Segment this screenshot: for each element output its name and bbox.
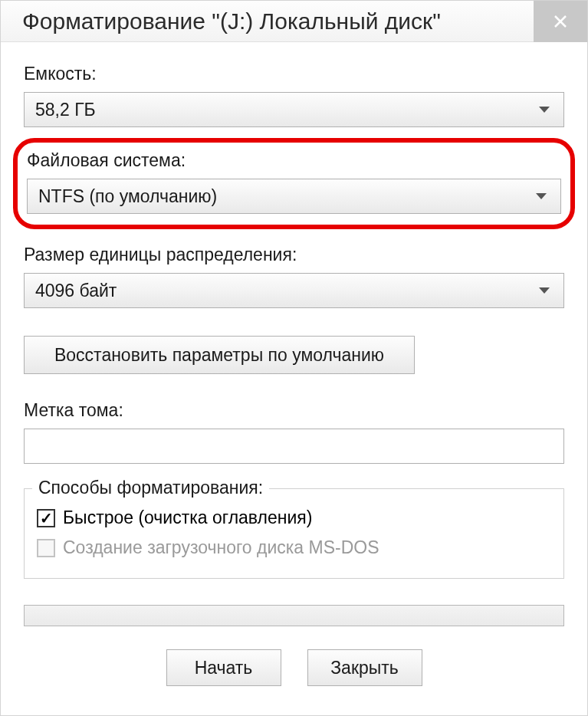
filesystem-select[interactable]: NTFS (по умолчанию)	[27, 179, 561, 214]
restore-defaults-button[interactable]: Восстановить параметры по умолчанию	[24, 336, 415, 374]
close-button[interactable]: Закрыть	[307, 649, 422, 686]
volume-label-input[interactable]	[24, 429, 564, 464]
close-icon[interactable]	[534, 1, 587, 42]
quick-format-label: Быстрое (очистка оглавления)	[63, 507, 312, 528]
allocation-select[interactable]: 4096 байт	[24, 273, 564, 308]
chevron-down-icon	[536, 193, 547, 199]
footer-buttons: Начать Закрыть	[24, 649, 564, 686]
capacity-value: 58,2 ГБ	[35, 100, 96, 120]
filesystem-value: NTFS (по умолчанию)	[38, 186, 217, 207]
filesystem-label: Файловая система:	[27, 150, 561, 171]
progress-bar	[24, 605, 564, 626]
quick-format-row[interactable]: Быстрое (очистка оглавления)	[37, 507, 551, 528]
format-options-group: Способы форматирования: Быстрое (очистка…	[24, 488, 564, 579]
allocation-value: 4096 байт	[35, 281, 117, 301]
msdos-boot-row: Создание загрузочного диска MS-DOS	[37, 537, 551, 558]
capacity-label: Емкость:	[24, 64, 564, 84]
titlebar: Форматирование "(J:) Локальный диск"	[1, 1, 587, 42]
msdos-boot-label: Создание загрузочного диска MS-DOS	[63, 537, 379, 558]
volume-label-label: Метка тома:	[24, 400, 564, 421]
dialog-content: Емкость: 58,2 ГБ Файловая система: NTFS …	[1, 42, 587, 715]
window-title: Форматирование "(J:) Локальный диск"	[22, 8, 441, 34]
filesystem-highlight: Файловая система: NTFS (по умолчанию)	[13, 138, 575, 229]
format-options-legend: Способы форматирования:	[32, 478, 269, 498]
chevron-down-icon	[539, 107, 550, 113]
format-dialog: Форматирование "(J:) Локальный диск" Емк…	[0, 0, 588, 716]
allocation-label: Размер единицы распределения:	[24, 245, 564, 265]
capacity-select[interactable]: 58,2 ГБ	[24, 92, 564, 127]
chevron-down-icon	[539, 287, 550, 294]
start-button[interactable]: Начать	[166, 649, 281, 686]
msdos-boot-checkbox	[37, 539, 55, 557]
quick-format-checkbox[interactable]	[37, 509, 55, 527]
